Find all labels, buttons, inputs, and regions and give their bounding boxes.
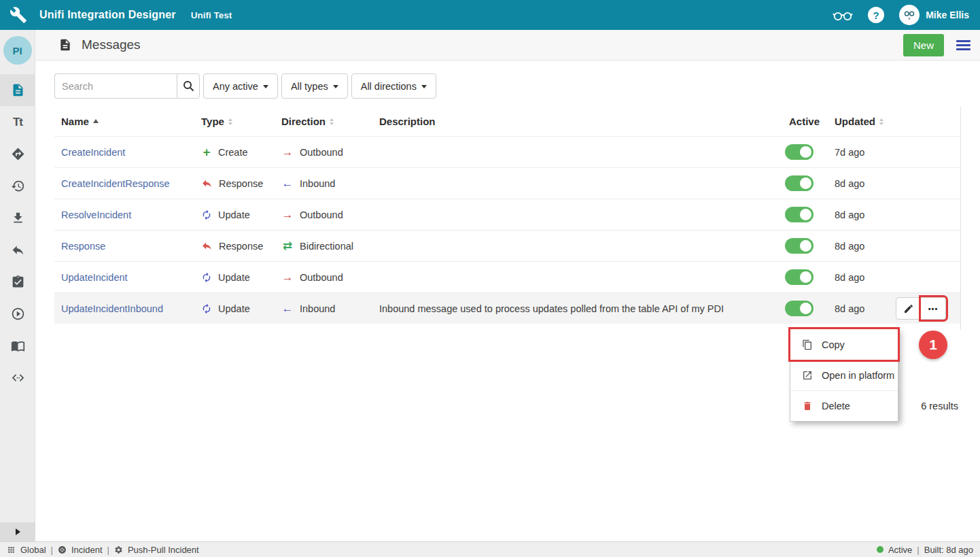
messages-table: Name Type Direction Description Active U… xyxy=(54,107,960,324)
workspace-avatar[interactable]: PI xyxy=(3,36,32,65)
arrow-right-icon: → xyxy=(281,271,294,284)
updated-cell: 7d ago xyxy=(835,147,896,158)
message-link[interactable]: UpdateIncident xyxy=(61,272,128,283)
arrow-left-icon: ← xyxy=(281,177,294,190)
menu-item-open-in-platform[interactable]: Open in platform xyxy=(790,360,898,390)
filter-active-dropdown[interactable]: Any active xyxy=(203,73,278,99)
table-header-row: Name Type Direction Description Active U… xyxy=(54,107,960,136)
book-icon xyxy=(11,339,25,353)
trash-icon xyxy=(802,401,813,411)
sidebar-item-documentation[interactable] xyxy=(0,330,35,362)
table-row: UpdateIncident Update →Outbound 8d ago xyxy=(54,261,960,292)
list-toolbar: Any active All types All directions xyxy=(54,73,436,99)
table-row: ResolveIncident Update →Outbound 8d ago xyxy=(54,199,960,230)
updated-cell: 8d ago xyxy=(835,241,896,252)
more-actions-button[interactable] xyxy=(921,297,946,320)
column-header-active[interactable]: Active xyxy=(785,116,835,127)
active-toggle[interactable] xyxy=(785,144,813,160)
avatar[interactable] xyxy=(899,5,920,25)
edit-button[interactable] xyxy=(896,297,921,320)
reply-icon xyxy=(201,240,213,252)
sidebar-item-code[interactable] xyxy=(0,362,35,394)
sidebar-item-history[interactable] xyxy=(0,170,35,202)
table-row: CreateIncident +Create →Outbound 7d ago xyxy=(54,136,960,167)
status-bar: Global | Incident | Push-Pull Incident A… xyxy=(0,541,980,557)
sidebar-collapse-button[interactable] xyxy=(0,522,35,541)
sort-icon xyxy=(228,118,232,125)
sidebar-item-integration[interactable] xyxy=(0,138,35,170)
active-toggle[interactable] xyxy=(785,175,813,191)
glasses-icon[interactable] xyxy=(833,8,853,22)
reply-icon xyxy=(11,243,25,257)
filter-directions-dropdown[interactable]: All directions xyxy=(351,73,436,99)
menu-icon[interactable] xyxy=(956,40,970,50)
sidebar-item-responses[interactable] xyxy=(0,234,35,266)
column-header-name[interactable]: Name xyxy=(54,116,201,127)
sidebar-item-tasks[interactable] xyxy=(0,266,35,298)
table-row: Response Response ⇄Bidirectional 8d ago xyxy=(54,230,960,261)
gear-icon xyxy=(114,545,123,554)
scope-label[interactable]: Global xyxy=(20,545,46,555)
environment-name[interactable]: Unifi Test xyxy=(191,10,232,20)
clipboard-check-icon xyxy=(11,275,25,289)
column-header-updated[interactable]: Updated xyxy=(835,116,896,127)
new-button[interactable]: New xyxy=(903,34,944,56)
active-toggle[interactable] xyxy=(785,269,813,285)
app-title: Unifi Integration Designer xyxy=(39,9,176,21)
messages-page-icon xyxy=(58,38,72,52)
chevron-down-icon xyxy=(263,85,268,88)
play-circle-icon xyxy=(11,307,25,321)
results-count: 6 results xyxy=(896,401,958,411)
help-icon[interactable] xyxy=(868,7,884,23)
message-link[interactable]: Response xyxy=(61,241,105,252)
message-link[interactable]: ResolveIncident xyxy=(61,209,131,220)
built-label: Built: 8d ago xyxy=(924,545,973,555)
refresh-icon xyxy=(201,272,212,283)
active-toggle[interactable] xyxy=(785,238,813,254)
page-header: Messages New xyxy=(35,30,980,61)
menu-item-copy[interactable]: Copy xyxy=(790,329,898,360)
column-header-direction[interactable]: Direction xyxy=(281,116,379,127)
copy-icon xyxy=(802,339,813,350)
integration-label[interactable]: Push-Pull Incident xyxy=(128,545,199,555)
sidebar-item-download[interactable] xyxy=(0,202,35,234)
sidebar-item-messages[interactable] xyxy=(0,74,35,106)
search-button[interactable] xyxy=(177,73,200,99)
description-cell: Inbound message used to process updates … xyxy=(379,303,785,314)
table-row-selected: UpdateIncidentInbound Update ←Inbound In… xyxy=(54,292,960,324)
user-menu[interactable]: Mike Ellis xyxy=(899,5,969,25)
active-toggle[interactable] xyxy=(785,207,813,222)
filter-types-dropdown[interactable]: All types xyxy=(281,73,348,99)
chevron-down-icon xyxy=(421,85,427,88)
row-actions xyxy=(896,297,960,320)
active-toggle[interactable] xyxy=(785,301,813,316)
updated-cell: 8d ago xyxy=(835,178,896,189)
message-link[interactable]: CreateIncident xyxy=(61,147,125,158)
code-icon xyxy=(11,371,25,385)
sidebar-item-fields[interactable] xyxy=(0,106,35,138)
app-window: Unifi Integration Designer Unifi Test Mi… xyxy=(0,0,980,557)
sidebar-item-run[interactable] xyxy=(0,298,35,330)
column-header-type[interactable]: Type xyxy=(201,116,281,127)
message-link[interactable]: UpdateIncidentInbound xyxy=(61,303,163,314)
reply-icon xyxy=(201,178,213,189)
menu-item-delete[interactable]: Delete xyxy=(790,390,898,421)
annotation-step-badge: 1 xyxy=(919,331,947,359)
arrow-right-icon: → xyxy=(281,146,294,159)
wrench-icon xyxy=(10,6,27,24)
application-label[interactable]: Incident xyxy=(71,545,103,555)
column-header-description[interactable]: Description xyxy=(379,116,785,127)
row-context-menu: Copy Open in platform Delete xyxy=(790,328,898,422)
top-header-bar: Unifi Integration Designer Unifi Test Mi… xyxy=(0,0,980,30)
table-row: CreateIncidentResponse Response ←Inbound… xyxy=(54,167,960,199)
message-link[interactable]: CreateIncidentResponse xyxy=(61,178,170,189)
search-input[interactable] xyxy=(54,73,177,99)
search-icon xyxy=(183,80,194,92)
refresh-icon xyxy=(201,209,212,220)
directions-icon xyxy=(11,147,25,161)
download-icon xyxy=(11,211,25,225)
updated-cell: 8d ago xyxy=(835,209,896,220)
application-icon xyxy=(58,545,67,554)
pencil-icon xyxy=(903,303,914,314)
ellipsis-icon xyxy=(928,303,939,314)
